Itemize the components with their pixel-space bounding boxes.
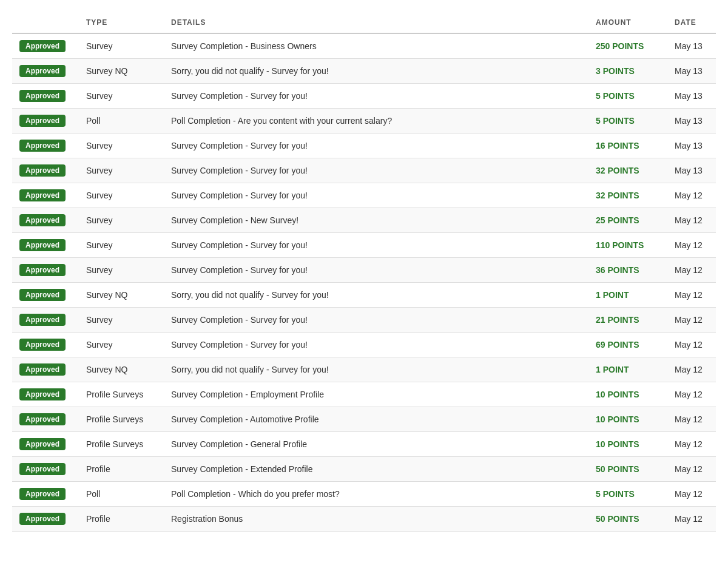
cell-amount: 36 POINTS <box>588 258 667 283</box>
cell-details: Survey Completion - Extended Profile <box>164 457 588 482</box>
cell-date: May 12 <box>667 208 716 233</box>
status-badge: Approved <box>19 438 66 450</box>
cell-details: Survey Completion - Survey for you! <box>164 233 588 258</box>
transactions-table: TYPE DETAILS AMOUNT DATE ApprovedSurveyS… <box>12 12 716 532</box>
cell-details: Survey Completion - Survey for you! <box>164 133 588 158</box>
amount-value: 10 POINTS <box>596 390 639 399</box>
amount-value: 36 POINTS <box>596 265 639 275</box>
amount-value: 1 POINT <box>596 290 629 300</box>
cell-date: May 12 <box>667 482 716 507</box>
cell-status: Approved <box>12 33 79 59</box>
header-date: DATE <box>667 12 716 33</box>
cell-type: Profile <box>79 507 164 532</box>
cell-details: Survey Completion - Automotive Profile <box>164 407 588 432</box>
status-badge: Approved <box>19 40 66 52</box>
cell-date: May 12 <box>667 507 716 532</box>
header-type: TYPE <box>79 12 164 33</box>
cell-date: May 13 <box>667 84 716 109</box>
amount-value: 16 POINTS <box>596 141 639 150</box>
cell-type: Survey <box>79 183 164 208</box>
cell-status: Approved <box>12 183 79 208</box>
cell-status: Approved <box>12 507 79 532</box>
cell-status: Approved <box>12 258 79 283</box>
cell-details: Survey Completion - Employment Profile <box>164 382 588 407</box>
table-row: ApprovedProfileSurvey Completion - Exten… <box>12 457 716 482</box>
cell-details: Survey Completion - Business Owners <box>164 33 588 59</box>
amount-value: 32 POINTS <box>596 191 639 200</box>
amount-value: 21 POINTS <box>596 315 639 325</box>
cell-details: Poll Completion - Are you content with y… <box>164 109 588 133</box>
cell-date: May 12 <box>667 382 716 407</box>
cell-amount: 250 POINTS <box>588 33 667 59</box>
cell-date: May 13 <box>667 158 716 183</box>
cell-type: Survey <box>79 133 164 158</box>
table-row: ApprovedProfile SurveysSurvey Completion… <box>12 382 716 407</box>
amount-value: 10 POINTS <box>596 414 639 424</box>
cell-details: Survey Completion - Survey for you! <box>164 84 588 109</box>
cell-amount: 3 POINTS <box>588 59 667 84</box>
table-row: ApprovedSurveySurvey Completion - Survey… <box>12 258 716 283</box>
cell-amount: 10 POINTS <box>588 407 667 432</box>
cell-details: Survey Completion - General Profile <box>164 432 588 457</box>
amount-value: 32 POINTS <box>596 166 639 175</box>
table-row: ApprovedSurveySurvey Completion - New Su… <box>12 208 716 233</box>
cell-date: May 12 <box>667 457 716 482</box>
cell-status: Approved <box>12 407 79 432</box>
cell-status: Approved <box>12 482 79 507</box>
cell-date: May 12 <box>667 407 716 432</box>
cell-status: Approved <box>12 84 79 109</box>
cell-details: Survey Completion - Survey for you! <box>164 158 588 183</box>
table-row: ApprovedProfileRegistration Bonus50 POIN… <box>12 507 716 532</box>
cell-type: Survey NQ <box>79 283 164 308</box>
cell-type: Profile Surveys <box>79 407 164 432</box>
amount-value: 5 POINTS <box>596 489 635 499</box>
cell-type: Survey <box>79 208 164 233</box>
cell-type: Poll <box>79 482 164 507</box>
cell-date: May 13 <box>667 59 716 84</box>
cell-details: Sorry, you did not qualify - Survey for … <box>164 283 588 308</box>
cell-type: Survey <box>79 33 164 59</box>
amount-value: 110 POINTS <box>596 240 644 250</box>
cell-type: Profile Surveys <box>79 432 164 457</box>
status-badge: Approved <box>19 388 66 400</box>
status-badge: Approved <box>19 239 66 251</box>
cell-amount: 32 POINTS <box>588 158 667 183</box>
cell-date: May 12 <box>667 333 716 357</box>
cell-details: Poll Completion - Which do you prefer mo… <box>164 482 588 507</box>
amount-value: 10 POINTS <box>596 439 639 449</box>
status-badge: Approved <box>19 189 66 201</box>
status-badge: Approved <box>19 164 66 177</box>
cell-date: May 13 <box>667 109 716 133</box>
cell-amount: 21 POINTS <box>588 308 667 333</box>
cell-date: May 12 <box>667 308 716 333</box>
status-badge: Approved <box>19 115 66 127</box>
table-header-row: TYPE DETAILS AMOUNT DATE <box>12 12 716 33</box>
status-badge: Approved <box>19 314 66 326</box>
status-badge: Approved <box>19 339 66 351</box>
cell-amount: 110 POINTS <box>588 233 667 258</box>
cell-status: Approved <box>12 308 79 333</box>
cell-details: Sorry, you did not qualify - Survey for … <box>164 59 588 84</box>
cell-amount: 16 POINTS <box>588 133 667 158</box>
cell-details: Survey Completion - Survey for you! <box>164 183 588 208</box>
status-badge: Approved <box>19 488 66 500</box>
cell-amount: 50 POINTS <box>588 457 667 482</box>
cell-status: Approved <box>12 283 79 308</box>
status-badge: Approved <box>19 90 66 102</box>
cell-amount: 1 POINT <box>588 357 667 382</box>
cell-date: May 13 <box>667 133 716 158</box>
amount-value: 50 POINTS <box>596 464 639 474</box>
table-row: ApprovedSurvey NQSorry, you did not qual… <box>12 357 716 382</box>
status-badge: Approved <box>19 463 66 475</box>
cell-amount: 50 POINTS <box>588 507 667 532</box>
cell-type: Profile Surveys <box>79 382 164 407</box>
table-row: ApprovedPollPoll Completion - Which do y… <box>12 482 716 507</box>
header-details: DETAILS <box>164 12 588 33</box>
cell-type: Survey NQ <box>79 59 164 84</box>
cell-details: Survey Completion - Survey for you! <box>164 308 588 333</box>
status-badge: Approved <box>19 289 66 301</box>
cell-status: Approved <box>12 457 79 482</box>
cell-amount: 5 POINTS <box>588 482 667 507</box>
status-badge: Approved <box>19 214 66 226</box>
cell-date: May 12 <box>667 233 716 258</box>
